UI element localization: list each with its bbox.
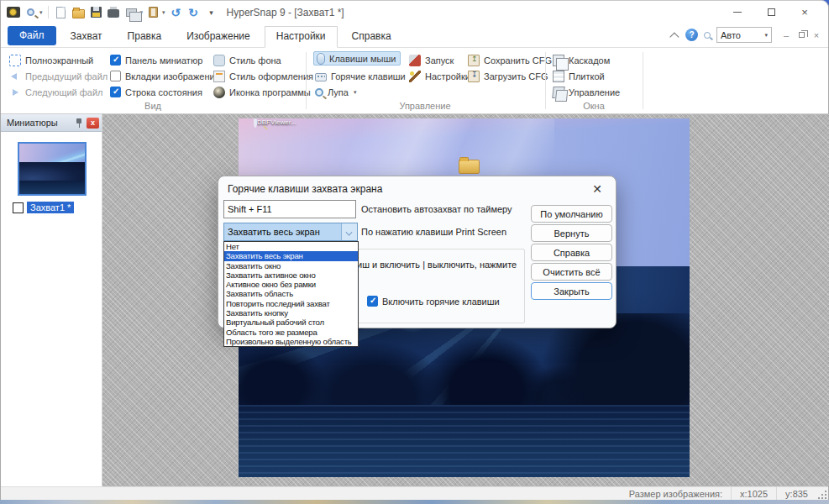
maximize-button[interactable] bbox=[754, 1, 788, 24]
chevron-down-icon: ▾ bbox=[354, 89, 357, 96]
desktop-taskbar-sliver bbox=[0, 500, 829, 504]
mouse-keys-button[interactable]: Клавиши мыши bbox=[313, 51, 401, 66]
ribbon-settings-panel: Полноэкранный Предыдущий файл Следующий … bbox=[1, 47, 828, 114]
tab-settings[interactable]: Настройки bbox=[265, 26, 338, 48]
dropdown-option[interactable]: Область того же размера bbox=[224, 328, 358, 337]
revert-button[interactable]: Вернуть bbox=[531, 224, 612, 242]
close-button[interactable]: × bbox=[788, 1, 821, 24]
magnifier-button[interactable]: Лупа ▾ bbox=[315, 85, 356, 99]
tab-file[interactable]: Файл bbox=[8, 26, 56, 45]
dropdown-option[interactable]: Нет bbox=[224, 242, 358, 251]
mouse-icon bbox=[317, 53, 325, 65]
capture-action-combobox[interactable]: Захватить весь экран bbox=[223, 223, 358, 241]
dropdown-option-selected[interactable]: Захватить весь экран bbox=[224, 251, 358, 260]
timer-label: Остановить автозахват по таймеру bbox=[361, 204, 512, 214]
wand-icon bbox=[409, 71, 421, 82]
help-icon[interactable]: ? bbox=[685, 29, 698, 41]
pin-icon[interactable] bbox=[75, 118, 83, 128]
clear-all-button[interactable]: Очистить всё bbox=[531, 263, 612, 281]
ribbon-tab-row: Файл Захват Правка Изображение Настройки… bbox=[1, 24, 828, 47]
dropdown-option[interactable]: Активное окно без рамки bbox=[224, 280, 358, 289]
panel-close-icon[interactable]: x bbox=[87, 118, 99, 129]
title-bar: ▾ ▾ ▾ ↺ ↻ ▾ HyperSnap 9 - [Захват1 *] × bbox=[1, 1, 828, 24]
tile-button[interactable]: Плиткой bbox=[553, 69, 605, 83]
previous-file-button[interactable]: Предыдущий файл bbox=[9, 69, 108, 83]
cascade-button[interactable]: Каскадом bbox=[553, 53, 610, 67]
next-file-button[interactable]: Следующий файл bbox=[9, 85, 103, 99]
paste-icon[interactable] bbox=[146, 5, 160, 19]
thumbnails-panel-header: Миниатюры x bbox=[1, 114, 102, 132]
resize-grip[interactable] bbox=[817, 490, 827, 500]
status-bar: Размер изображения: x:1025 y:835 bbox=[1, 486, 828, 501]
keyboard-icon bbox=[315, 73, 327, 81]
dialog-close-icon[interactable]: ✕ bbox=[590, 181, 605, 197]
window-title: HyperSnap 9 - [Захват1 *] bbox=[227, 7, 344, 18]
minimize-button[interactable] bbox=[721, 1, 754, 24]
thumbnail-label[interactable]: Захват1 * bbox=[27, 202, 74, 213]
tab-capture[interactable]: Захват bbox=[60, 27, 113, 47]
capture-action-dropdown-list: Нет Захватить весь экран Захватить окно … bbox=[223, 241, 359, 347]
thumbnail-item-row: Захват1 * bbox=[13, 202, 74, 213]
hotkey-input[interactable]: Shift + F11 bbox=[223, 200, 356, 218]
print-icon[interactable] bbox=[107, 5, 121, 19]
help-button[interactable]: Справка bbox=[531, 244, 612, 261]
hotkeys-button[interactable]: Горячие клавиши bbox=[315, 69, 406, 83]
load-cfg-icon bbox=[468, 71, 480, 82]
save-icon[interactable] bbox=[89, 5, 103, 19]
manage-windows-button[interactable]: Управление bbox=[553, 85, 620, 99]
app-logo-icon[interactable] bbox=[6, 5, 20, 19]
open-folder-icon[interactable] bbox=[71, 5, 86, 19]
size-y-value: y:835 bbox=[776, 487, 816, 501]
dropdown-option[interactable]: Повторить последний захват bbox=[224, 299, 358, 308]
load-cfg-button[interactable]: Загрузить CFG bbox=[468, 69, 548, 83]
paste-dropdown-caret-icon[interactable]: ▾ bbox=[162, 9, 165, 16]
undo-icon[interactable]: ↺ bbox=[169, 5, 183, 19]
launch-button[interactable]: Запуск bbox=[409, 53, 454, 67]
dropdown-option[interactable]: Захватить активное окно bbox=[224, 270, 358, 280]
zoom-dropdown-caret-icon[interactable]: ▾ bbox=[39, 9, 43, 16]
dropdown-option[interactable]: Захватить область bbox=[224, 289, 358, 298]
thumb-panel-checkbox[interactable]: Панель миниатюр bbox=[110, 53, 202, 67]
thumbnail-capture1[interactable] bbox=[18, 142, 87, 196]
status-line-checkbox[interactable]: Строка состояния bbox=[110, 85, 202, 99]
thumbnail-checkbox[interactable] bbox=[13, 202, 24, 213]
redo-icon[interactable]: ↻ bbox=[186, 5, 201, 19]
background-style-button[interactable]: Стиль фона bbox=[213, 53, 281, 67]
save-cfg-button[interactable]: Сохранить CFG bbox=[468, 53, 552, 67]
close-dialog-button[interactable]: Закрыть bbox=[531, 282, 612, 300]
tab-image[interactable]: Изображение bbox=[176, 27, 261, 47]
background-style-icon bbox=[213, 55, 225, 66]
default-button[interactable]: По умолчанию bbox=[531, 205, 612, 223]
capture-window-icon[interactable] bbox=[124, 5, 139, 19]
tab-help[interactable]: Справка bbox=[341, 27, 402, 47]
quick-access-toolbar: ▾ ▾ ▾ ↺ ↻ ▾ bbox=[1, 5, 218, 19]
app-icon-button[interactable]: Иконка программы ▾ bbox=[213, 85, 318, 99]
dropdown-option[interactable]: Произвольно выделенную область bbox=[224, 337, 358, 346]
image-tabs-checkbox[interactable]: Вкладки изображений bbox=[110, 69, 220, 83]
combo-dropdown-icon[interactable] bbox=[341, 223, 357, 240]
dialog-title: Горячие клавиши захвата экрана bbox=[228, 183, 382, 195]
auto-mode-value: Авто bbox=[721, 30, 741, 40]
auto-mode-combobox[interactable]: Авто ▾ bbox=[716, 27, 772, 43]
checkbox-checked-icon bbox=[110, 87, 121, 97]
desktop-shortcut-label: DBFViewer... bbox=[257, 118, 296, 126]
dropdown-option[interactable]: Виртуальный рабочий стол bbox=[224, 318, 358, 327]
new-file-icon[interactable] bbox=[54, 5, 68, 19]
hypersnap-app: ▾ ▾ ▾ ↺ ↻ ▾ HyperSnap 9 - [Захват1 *] × bbox=[0, 0, 829, 504]
mdi-minimize-button[interactable]: – bbox=[779, 29, 793, 42]
desktop-shortcut: DBFViewer... bbox=[245, 118, 304, 126]
checkbox-unchecked-icon bbox=[110, 71, 121, 81]
enable-hotkeys-label: Включить горячие клавиши bbox=[382, 297, 500, 307]
qat-customize-icon[interactable]: ▾ bbox=[204, 5, 218, 19]
search-icon[interactable] bbox=[704, 32, 711, 39]
theme-style-icon bbox=[213, 71, 225, 82]
fullscreen-button[interactable]: Полноэкранный bbox=[9, 53, 93, 67]
dropdown-option[interactable]: Захватить кнопку bbox=[224, 308, 358, 318]
enable-hotkeys-checkbox[interactable]: Включить горячие клавиши bbox=[367, 296, 500, 307]
zoom-tool-icon[interactable] bbox=[24, 5, 38, 19]
tab-edit[interactable]: Правка bbox=[117, 27, 173, 47]
settings-button[interactable]: Настройки bbox=[409, 69, 470, 83]
mdi-restore-button[interactable] bbox=[795, 29, 808, 42]
mdi-close-button[interactable]: × bbox=[810, 29, 823, 42]
dropdown-option[interactable]: Захватить окно bbox=[224, 261, 358, 270]
